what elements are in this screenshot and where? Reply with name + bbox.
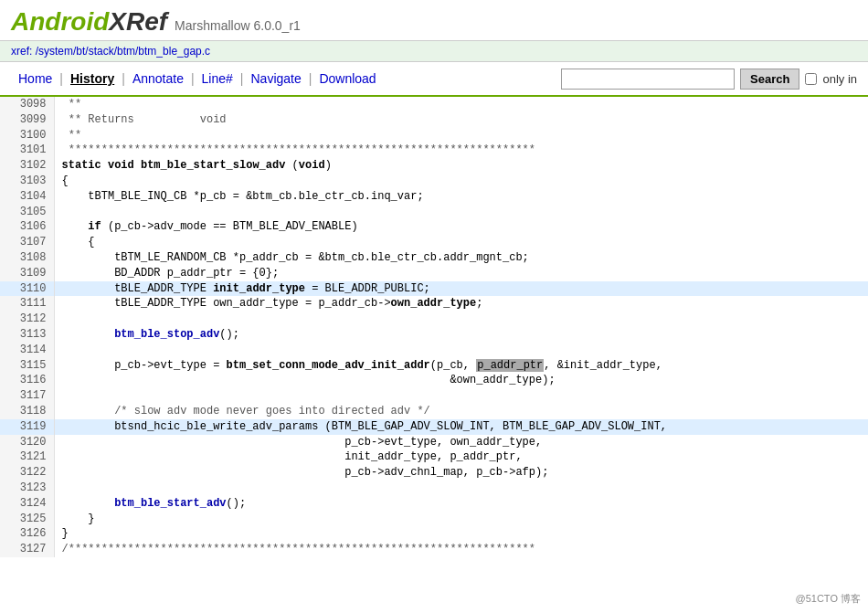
nav-annotate[interactable]: Annotate xyxy=(125,68,191,90)
search-button[interactable]: Search xyxy=(740,69,799,90)
breadcrumb: xref: /system/bt/stack/btm/btm_ble_gap.c xyxy=(0,41,868,62)
nav-download[interactable]: Download xyxy=(312,68,383,90)
table-row: 3100 ** xyxy=(0,128,868,143)
line-code: btm_ble_stop_adv(); xyxy=(54,327,868,343)
line-number: 3099 xyxy=(0,112,54,128)
line-number: 3108 xyxy=(0,250,54,266)
table-row: 3118 /* slow adv mode never goes into di… xyxy=(0,404,868,419)
line-code: { xyxy=(54,174,868,189)
code-table: 3098 **3099 ** Returns void3100 **3101 *… xyxy=(0,97,868,557)
line-code: tBTM_LE_RANDOM_CB *p_addr_cb = &btm_cb.b… xyxy=(54,250,868,266)
line-code: if (p_cb->adv_mode == BTM_BLE_ADV_ENABLE… xyxy=(54,219,868,235)
table-row: 3109 BD_ADDR p_addr_ptr = {0}; xyxy=(0,266,868,281)
table-row: 3101 ***********************************… xyxy=(0,143,868,158)
site-title: AndroidXRefMarshmallow 6.0.0_r1 xyxy=(11,7,301,36)
table-row: 3103{ xyxy=(0,174,868,189)
line-number: 3118 xyxy=(0,404,54,419)
table-row: 3111 tBLE_ADDR_TYPE own_addr_type = p_ad… xyxy=(0,296,868,312)
table-row: 3115 p_cb->evt_type = btm_set_conn_mode_… xyxy=(0,358,868,374)
table-row: 3098 ** xyxy=(0,97,868,112)
table-row: 3113 btm_ble_stop_adv(); xyxy=(0,327,868,343)
line-number: 3120 xyxy=(0,435,54,450)
line-number: 3119 xyxy=(0,419,54,435)
code-tbody: 3098 **3099 ** Returns void3100 **3101 *… xyxy=(0,97,868,557)
line-number: 3101 xyxy=(0,143,54,158)
line-code xyxy=(54,205,868,220)
code-area[interactable]: 3098 **3099 ** Returns void3100 **3101 *… xyxy=(0,97,868,609)
table-row: 3114 xyxy=(0,343,868,358)
table-row: 3107 { xyxy=(0,235,868,250)
line-number: 3110 xyxy=(0,281,54,297)
line-number: 3112 xyxy=(0,312,54,327)
line-code: ****************************************… xyxy=(54,143,868,158)
line-code: } xyxy=(54,512,868,527)
table-row: 3112 xyxy=(0,312,868,327)
line-code: BD_ADDR p_addr_ptr = {0}; xyxy=(54,266,868,281)
line-number: 3106 xyxy=(0,219,54,235)
line-number: 3127 xyxy=(0,542,54,557)
site-title-android: Android xyxy=(11,7,109,36)
table-row: 3110 tBLE_ADDR_TYPE init_addr_type = BLE… xyxy=(0,281,868,297)
navbar: Home | History | Annotate | Line# | Navi… xyxy=(0,62,868,97)
table-row: 3102static void btm_ble_start_slow_adv (… xyxy=(0,158,868,174)
breadcrumb-text: xref: /system/bt/stack/btm/btm_ble_gap.c xyxy=(11,45,210,58)
site-version: Marshmallow 6.0.0_r1 xyxy=(175,18,301,33)
line-code: btm_ble_start_adv(); xyxy=(54,496,868,512)
line-number: 3105 xyxy=(0,205,54,220)
nav-navigate[interactable]: Navigate xyxy=(243,68,308,90)
line-number: 3115 xyxy=(0,358,54,374)
table-row: 3121 init_addr_type, p_addr_ptr, xyxy=(0,449,868,465)
table-row: 3108 tBTM_LE_RANDOM_CB *p_addr_cb = &btm… xyxy=(0,250,868,266)
line-code: init_addr_type, p_addr_ptr, xyxy=(54,449,868,465)
line-number: 3124 xyxy=(0,496,54,512)
line-number: 3107 xyxy=(0,235,54,250)
line-code xyxy=(54,343,868,358)
line-number: 3123 xyxy=(0,481,54,496)
line-code xyxy=(54,481,868,496)
line-number: 3125 xyxy=(0,512,54,527)
line-code: ** xyxy=(54,97,868,112)
nav-history[interactable]: History xyxy=(63,68,122,90)
line-code: tBLE_ADDR_TYPE own_addr_type = p_addr_cb… xyxy=(54,296,868,312)
table-row: 3126} xyxy=(0,526,868,542)
table-row: 3116 &own_addr_type); xyxy=(0,373,868,388)
line-number: 3114 xyxy=(0,343,54,358)
line-number: 3126 xyxy=(0,526,54,542)
line-code: &own_addr_type); xyxy=(54,373,868,388)
search-input[interactable] xyxy=(561,69,735,90)
line-number: 3103 xyxy=(0,174,54,189)
line-code: p_cb->evt_type = btm_set_conn_mode_adv_i… xyxy=(54,358,868,374)
table-row: 3120 p_cb->evt_type, own_addr_type, xyxy=(0,435,868,450)
watermark: @51CTO 博客 xyxy=(796,592,861,606)
line-code: tBTM_BLE_INQ_CB *p_cb = &btm_cb.ble_ctr_… xyxy=(54,189,868,205)
table-row: 3125 } xyxy=(0,512,868,527)
line-code xyxy=(54,312,868,327)
line-number: 3104 xyxy=(0,189,54,205)
table-row: 3099 ** Returns void xyxy=(0,112,868,128)
line-number: 3098 xyxy=(0,97,54,112)
nav-line[interactable]: Line# xyxy=(195,68,240,90)
line-number: 3122 xyxy=(0,465,54,481)
line-number: 3111 xyxy=(0,296,54,312)
only-in-checkbox[interactable] xyxy=(805,73,817,85)
table-row: 3122 p_cb->adv_chnl_map, p_cb->afp); xyxy=(0,465,868,481)
line-code: ** Returns void xyxy=(54,112,868,128)
line-code: p_cb->adv_chnl_map, p_cb->afp); xyxy=(54,465,868,481)
line-code xyxy=(54,388,868,404)
table-row: 3119 btsnd_hcic_ble_write_adv_params (BT… xyxy=(0,419,868,435)
table-row: 3124 btm_ble_start_adv(); xyxy=(0,496,868,512)
site-title-xref: XRef xyxy=(109,7,167,36)
line-code: ** xyxy=(54,128,868,143)
line-number: 3100 xyxy=(0,128,54,143)
line-number: 3113 xyxy=(0,327,54,343)
line-code: p_cb->evt_type, own_addr_type, xyxy=(54,435,868,450)
search-container: Search only in xyxy=(561,69,857,90)
line-number: 3117 xyxy=(0,388,54,404)
line-code: { xyxy=(54,235,868,250)
table-row: 3123 xyxy=(0,481,868,496)
nav-home[interactable]: Home xyxy=(11,68,59,90)
line-code: static void btm_ble_start_slow_adv (void… xyxy=(54,158,868,174)
only-in-label: only in xyxy=(822,72,857,86)
table-row: 3127/***********************************… xyxy=(0,542,868,557)
table-row: 3104 tBTM_BLE_INQ_CB *p_cb = &btm_cb.ble… xyxy=(0,189,868,205)
